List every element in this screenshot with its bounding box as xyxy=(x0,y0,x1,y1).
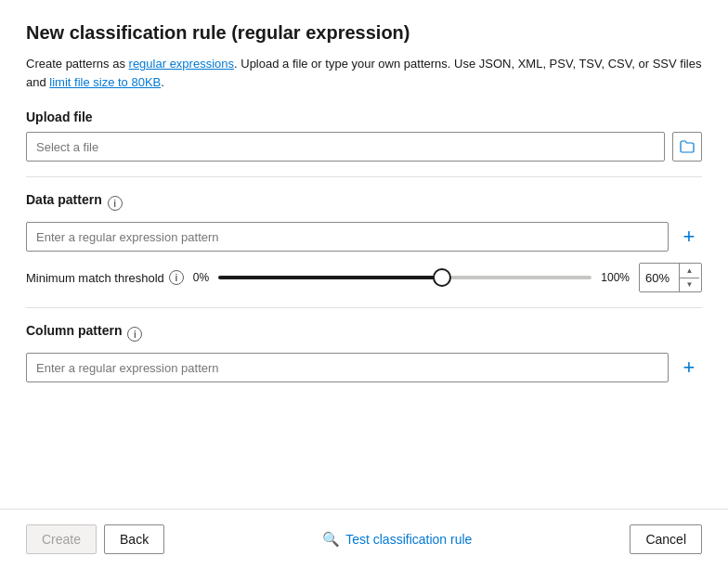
threshold-max-label: 100% xyxy=(601,271,630,284)
column-pattern-header: Column pattern i xyxy=(26,323,702,345)
data-pattern-section: Data pattern i + Minimum match threshold… xyxy=(26,192,702,292)
column-pattern-input[interactable] xyxy=(26,353,669,382)
data-pattern-row: + xyxy=(26,222,702,252)
threshold-info-icon[interactable]: i xyxy=(169,270,184,285)
data-pattern-header: Data pattern i xyxy=(26,192,702,214)
file-size-link[interactable]: limit file size to 80KB xyxy=(49,75,161,89)
column-pattern-row: + xyxy=(26,353,702,382)
threshold-decrement-button[interactable]: ▼ xyxy=(680,278,699,292)
data-pattern-add-button[interactable]: + xyxy=(676,224,702,250)
test-classification-button[interactable]: 🔍 Test classification rule xyxy=(322,531,472,548)
create-button[interactable]: Create xyxy=(26,524,97,554)
file-input[interactable] xyxy=(26,132,665,162)
data-pattern-input[interactable] xyxy=(26,222,669,252)
footer-center: 🔍 Test classification rule xyxy=(164,531,630,548)
threshold-spinners: ▲ ▼ xyxy=(679,264,699,291)
upload-section: Upload file xyxy=(26,110,702,162)
upload-row xyxy=(26,132,702,162)
back-button[interactable]: Back xyxy=(104,524,164,554)
threshold-row: Minimum match threshold i 0% 100% ▲ ▼ xyxy=(26,263,702,292)
footer-left: Create Back xyxy=(26,524,164,554)
page-title: New classification rule (regular express… xyxy=(26,22,702,44)
data-pattern-label: Data pattern xyxy=(26,192,102,207)
footer: Create Back 🔍 Test classification rule C… xyxy=(0,509,728,569)
divider-1 xyxy=(26,176,702,177)
threshold-min-label: 0% xyxy=(193,271,209,284)
column-pattern-label: Column pattern xyxy=(26,323,122,338)
data-pattern-info-icon[interactable]: i xyxy=(108,196,123,211)
threshold-slider-container xyxy=(218,268,592,287)
browse-button[interactable] xyxy=(672,132,702,162)
column-pattern-add-button[interactable]: + xyxy=(676,355,702,381)
cancel-button[interactable]: Cancel xyxy=(630,524,702,554)
upload-label: Upload file xyxy=(26,110,702,124)
threshold-number-container: ▲ ▼ xyxy=(639,263,702,292)
footer-right: Cancel xyxy=(630,524,702,554)
column-pattern-section: Column pattern i + xyxy=(26,323,702,382)
threshold-number-input[interactable] xyxy=(640,264,679,291)
threshold-increment-button[interactable]: ▲ xyxy=(680,264,699,278)
test-icon: 🔍 xyxy=(322,531,340,548)
regex-link[interactable]: regular expressions xyxy=(129,57,234,71)
threshold-label: Minimum match threshold i xyxy=(26,270,184,285)
column-pattern-info-icon[interactable]: i xyxy=(127,327,142,342)
page-description: Create patterns as regular expressions. … xyxy=(26,55,702,91)
divider-2 xyxy=(26,307,702,308)
